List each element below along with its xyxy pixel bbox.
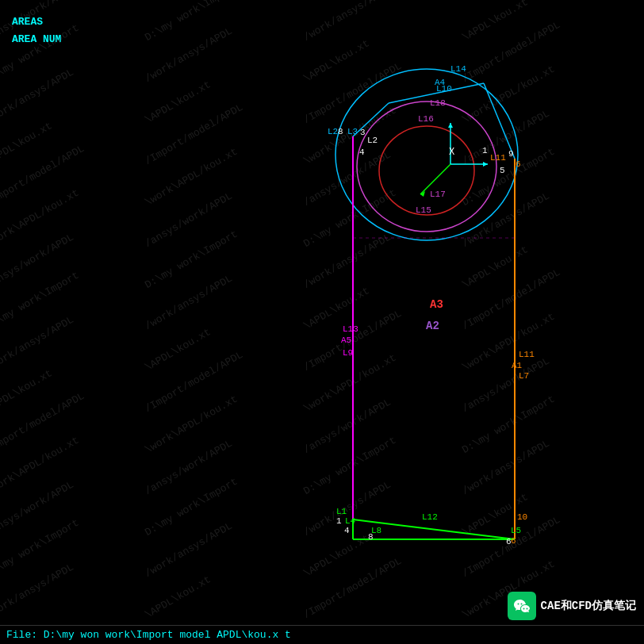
svg-text:9: 9 — [508, 149, 514, 159]
svg-text:1: 1 — [482, 146, 488, 155]
svg-text:L17: L17 — [430, 190, 446, 199]
wechat-name: CAE和CFD仿真笔记 — [541, 599, 636, 613]
svg-text:L9: L9 — [343, 348, 353, 358]
svg-text:A3: A3 — [430, 298, 443, 311]
wechat-icon — [508, 592, 536, 620]
svg-text:8: 8 — [338, 127, 343, 136]
svg-text:L2: L2 — [328, 127, 338, 136]
svg-text:6: 6 — [511, 536, 516, 546]
svg-text:3: 3 — [360, 128, 366, 137]
svg-text:L13: L13 — [343, 324, 358, 334]
svg-text:A5: A5 — [341, 335, 351, 345]
geometry-canvas: L14 A4 L10 L18 L16 L2 8 L3 3 L2 4 X 1 L1… — [0, 0, 644, 644]
svg-text:L5: L5 — [511, 526, 521, 535]
areas-label: AREAS — [12, 16, 43, 28]
svg-text:4: 4 — [344, 526, 350, 535]
svg-text:L3: L3 — [347, 127, 358, 136]
svg-text:L12: L12 — [422, 512, 438, 522]
svg-text:A2: A2 — [426, 320, 439, 332]
svg-text:L1: L1 — [336, 507, 347, 516]
svg-text:1: 1 — [336, 516, 342, 526]
svg-text:L11: L11 — [490, 153, 506, 163]
wechat-badge: CAE和CFD仿真笔记 — [508, 592, 636, 620]
svg-marker-4 — [483, 162, 488, 167]
svg-text:L2: L2 — [367, 136, 378, 145]
svg-text:L11: L11 — [519, 350, 535, 359]
svg-text:X: X — [449, 147, 454, 158]
svg-text:10: 10 — [517, 512, 527, 522]
svg-text:4: 4 — [359, 148, 365, 157]
svg-text:8: 8 — [368, 532, 374, 542]
status-bar: File: D:\my won work\Import model APDL\k… — [0, 625, 644, 644]
svg-text:6: 6 — [506, 537, 512, 546]
svg-line-12 — [353, 103, 389, 136]
svg-text:A1: A1 — [512, 361, 523, 370]
area-num-label: AREA NUM — [12, 33, 61, 45]
svg-text:L14: L14 — [450, 64, 466, 74]
svg-text:L10: L10 — [436, 84, 452, 94]
svg-marker-6 — [448, 123, 453, 128]
svg-text:6: 6 — [516, 159, 521, 169]
svg-point-2 — [379, 126, 474, 215]
svg-text:L18: L18 — [430, 98, 446, 108]
svg-text:5: 5 — [500, 166, 505, 175]
svg-text:L16: L16 — [418, 114, 434, 124]
svg-text:L15: L15 — [416, 205, 431, 215]
svg-text:L4: L4 — [345, 516, 356, 526]
svg-text:L7: L7 — [519, 371, 529, 381]
